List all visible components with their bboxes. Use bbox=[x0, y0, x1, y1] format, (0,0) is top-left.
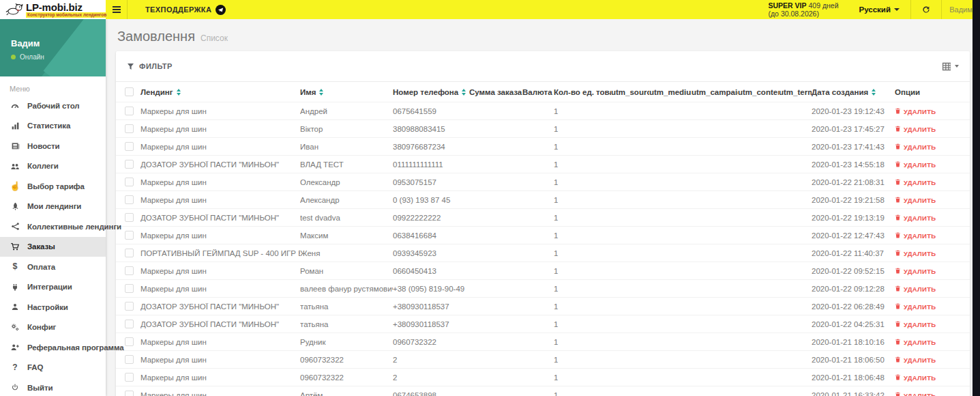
sidebar-item-my-landings[interactable]: Мои лендинги bbox=[0, 197, 106, 217]
column-header-date[interactable]: Дата создания bbox=[812, 88, 891, 96]
cell-name: 0960732322 bbox=[300, 373, 393, 382]
cell-name: Рудник bbox=[300, 338, 393, 346]
delete-button[interactable]: УДАЛИТЬ bbox=[895, 232, 936, 240]
refresh-button[interactable] bbox=[911, 0, 941, 19]
row-checkbox[interactable] bbox=[125, 302, 134, 311]
cell-landing: Маркеры для шин bbox=[140, 196, 300, 204]
filter-button[interactable]: ФИЛЬТР bbox=[127, 62, 173, 70]
sidebar-item-orders[interactable]: Заказы bbox=[0, 237, 106, 257]
cell-landing: Маркеры для шин bbox=[140, 178, 300, 186]
row-checkbox[interactable] bbox=[125, 195, 134, 204]
cell-name: Роман bbox=[300, 267, 393, 275]
cell-name: валеев фанур рустямович bbox=[300, 285, 393, 293]
sidebar-item-faq[interactable]: ?FAQ bbox=[0, 358, 106, 378]
column-header-landing[interactable]: Лендинг bbox=[140, 88, 300, 96]
brand-name: LP-mobi.biz bbox=[26, 2, 108, 12]
column-header-label: utm_medium bbox=[649, 88, 692, 96]
column-header-phone[interactable]: Номер телефона bbox=[393, 88, 469, 96]
trash-icon bbox=[895, 339, 901, 346]
cell-landing: Маркеры для шин bbox=[140, 356, 300, 364]
cell-phone: 0675641559 bbox=[393, 107, 469, 115]
delete-label: УДАЛИТЬ bbox=[904, 108, 936, 115]
colleagues-icon bbox=[10, 162, 20, 171]
select-all-checkbox[interactable] bbox=[125, 87, 134, 96]
brand-logo[interactable]: LP-mobi.biz Конструктор мобильных лендин… bbox=[0, 0, 106, 19]
cell-name: test dvadva bbox=[300, 214, 393, 222]
share-icon bbox=[10, 222, 20, 231]
row-checkbox[interactable] bbox=[125, 231, 134, 240]
row-checkbox[interactable] bbox=[125, 160, 134, 169]
row-checkbox[interactable] bbox=[125, 391, 134, 396]
delete-button[interactable]: УДАЛИТЬ bbox=[895, 161, 936, 169]
row-checkbox[interactable] bbox=[125, 124, 134, 133]
sidebar-item-logout[interactable]: Выйти bbox=[0, 378, 106, 396]
cell-options: УДАЛИТЬ bbox=[891, 196, 970, 204]
language-selector[interactable]: Русский bbox=[848, 0, 910, 19]
cell-qty: 1 bbox=[554, 231, 611, 240]
row-checkbox[interactable] bbox=[125, 249, 134, 257]
delete-button[interactable]: УДАЛИТЬ bbox=[895, 392, 936, 396]
refresh-icon bbox=[921, 5, 931, 14]
table-row: Маркеры для шинРудник096073232212020-01-… bbox=[116, 333, 970, 350]
sidebar-item-referral[interactable]: Реферальная программа bbox=[0, 337, 106, 358]
sidebar-item-settings[interactable]: Настройки bbox=[0, 297, 106, 317]
cell-landing: ДОЗАТОР ЗУБНОЇ ПАСТИ "МИНЬОН" bbox=[140, 302, 300, 311]
cell-options: УДАЛИТЬ bbox=[891, 267, 970, 275]
row-checkbox[interactable] bbox=[125, 178, 134, 186]
column-header-name[interactable]: Имя bbox=[300, 88, 393, 96]
cell-landing: ДОЗАТОР ЗУБНОЇ ПАСТИ "МИНЬОН" bbox=[140, 320, 300, 328]
column-settings-button[interactable] bbox=[942, 62, 959, 71]
sidebar-item-payment[interactable]: $Оплата bbox=[0, 257, 106, 277]
table-row: Маркеры для шинВіктор38098808341512020-0… bbox=[116, 119, 970, 137]
table-row: Маркеры для шинОлександр095307515712020-… bbox=[116, 173, 970, 190]
delete-label: УДАЛИТЬ bbox=[904, 303, 936, 311]
sidebar-item-colleagues[interactable]: Коллеги bbox=[0, 156, 106, 177]
delete-button[interactable]: УДАЛИТЬ bbox=[895, 339, 936, 346]
row-checkbox[interactable] bbox=[125, 266, 134, 275]
plan-name: SUPER VIP bbox=[769, 1, 807, 10]
delete-button[interactable]: УДАЛИТЬ bbox=[895, 108, 936, 115]
row-checkbox[interactable] bbox=[125, 320, 134, 328]
cell-options: УДАЛИТЬ bbox=[891, 338, 970, 346]
delete-button[interactable]: УДАЛИТЬ bbox=[895, 197, 936, 204]
delete-button[interactable]: УДАЛИТЬ bbox=[895, 285, 936, 293]
delete-button[interactable]: УДАЛИТЬ bbox=[895, 126, 936, 133]
delete-button[interactable]: УДАЛИТЬ bbox=[895, 143, 936, 151]
delete-button[interactable]: УДАЛИТЬ bbox=[895, 179, 936, 186]
sidebar-item-stats[interactable]: Статистика bbox=[0, 116, 106, 137]
page-title: Замовлення bbox=[117, 29, 195, 44]
delete-button[interactable]: УДАЛИТЬ bbox=[895, 303, 936, 311]
cell-options: УДАЛИТЬ bbox=[891, 285, 970, 293]
table-row: Маркеры для шинИван38097668723412020-01-… bbox=[116, 137, 970, 155]
row-checkbox[interactable] bbox=[125, 337, 134, 346]
cell-qty: 1 bbox=[554, 214, 611, 222]
sidebar-toggle-button[interactable] bbox=[106, 0, 128, 19]
sidebar-item-collective-landings[interactable]: Коллективные лендинги bbox=[0, 216, 106, 237]
delete-label: УДАЛИТЬ bbox=[904, 250, 936, 257]
column-header-options: Опции bbox=[891, 88, 970, 96]
sidebar-item-integrations[interactable]: Интеграции bbox=[0, 277, 106, 298]
row-checkbox[interactable] bbox=[125, 213, 134, 222]
cell-phone: 0638416684 bbox=[393, 231, 469, 240]
sidebar-item-config[interactable]: Конфиг bbox=[0, 317, 106, 338]
row-checkbox[interactable] bbox=[125, 284, 134, 293]
sidebar-item-dashboard[interactable]: Рабочий стол bbox=[0, 96, 106, 116]
trash-icon bbox=[895, 303, 901, 311]
delete-button[interactable]: УДАЛИТЬ bbox=[895, 268, 936, 275]
delete-button[interactable]: УДАЛИТЬ bbox=[895, 356, 936, 364]
sidebar-item-news[interactable]: Новости bbox=[0, 136, 106, 156]
column-header-label: Кол-во ед. товара bbox=[554, 88, 611, 96]
row-checkbox[interactable] bbox=[125, 373, 134, 382]
page-scrollbar[interactable] bbox=[972, 0, 980, 396]
cell-date: 2020-01-22 19:21:58 bbox=[812, 196, 891, 204]
delete-button[interactable]: УДАЛИТЬ bbox=[895, 214, 936, 222]
row-checkbox[interactable] bbox=[125, 107, 134, 115]
row-checkbox[interactable] bbox=[125, 142, 134, 151]
row-checkbox[interactable] bbox=[125, 355, 134, 364]
delete-button[interactable]: УДАЛИТЬ bbox=[895, 321, 936, 328]
delete-button[interactable]: УДАЛИТЬ bbox=[895, 250, 936, 257]
plan-info: SUPER VIP 409 дней (до 30.08.2026) bbox=[769, 0, 848, 19]
sidebar-item-tariff[interactable]: ☝Выбор тарифа bbox=[0, 176, 106, 197]
support-link[interactable]: ТЕХПОДДЕРЖКА bbox=[128, 0, 238, 19]
delete-button[interactable]: УДАЛИТЬ bbox=[895, 374, 936, 382]
